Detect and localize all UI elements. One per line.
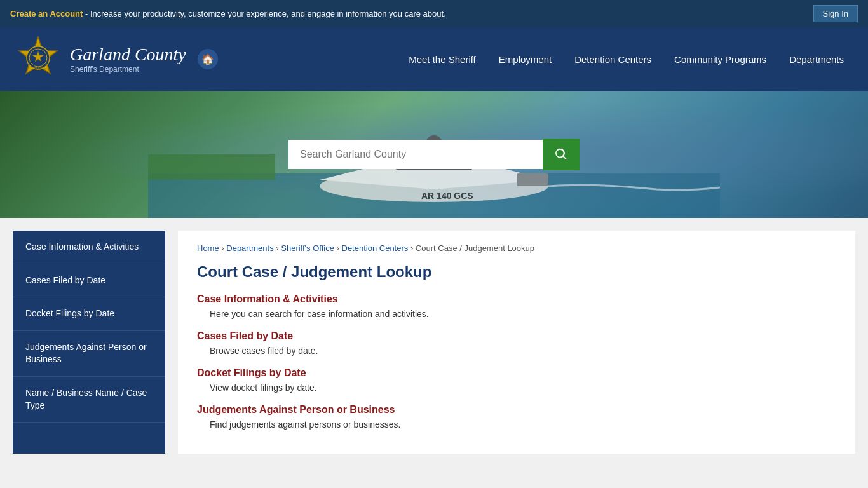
sidebar: Case Information & Activities Cases File… — [13, 231, 165, 454]
section-title-case-info[interactable]: Case Information & Activities — [197, 294, 836, 305]
section-case-info: Case Information & Activities Here you c… — [197, 294, 836, 319]
top-bar-message: Create an Account - Increase your produc… — [10, 9, 446, 18]
section-desc-docket-filings: View docket filings by date. — [197, 383, 836, 393]
sheriff-badge-icon: SHERIFF — [13, 34, 64, 85]
sidebar-item-judgements[interactable]: Judgements Against Person or Business — [13, 331, 165, 377]
svg-rect-13 — [517, 173, 548, 186]
section-title-cases-by-date[interactable]: Cases Filed by Date — [197, 330, 836, 342]
main-content: Home › Departments › Sheriff's Office › … — [178, 231, 855, 454]
search-input[interactable] — [288, 140, 543, 169]
dept-name: Sheriff's Department — [70, 65, 186, 74]
home-button[interactable]: 🏠 — [198, 49, 218, 69]
sign-in-button[interactable]: Sign In — [813, 5, 858, 22]
sidebar-item-docket-filings[interactable]: Docket Filings by Date — [13, 297, 165, 331]
section-judgements: Judgements Against Person or Business Fi… — [197, 404, 836, 430]
nav-departments[interactable]: Departments — [778, 49, 855, 70]
section-docket-filings: Docket Filings by Date View docket filin… — [197, 367, 836, 393]
section-desc-case-info: Here you can search for case information… — [197, 309, 836, 319]
section-title-docket-filings[interactable]: Docket Filings by Date — [197, 367, 836, 379]
logo-area: SHERIFF Garland County Sheriff's Departm… — [13, 34, 218, 85]
nav-employment[interactable]: Employment — [487, 49, 563, 70]
svg-text:AR 140 GCS: AR 140 GCS — [421, 191, 473, 201]
nav-detention-centers[interactable]: Detention Centers — [563, 49, 663, 70]
content-wrapper: Case Information & Activities Cases File… — [0, 218, 868, 466]
section-title-judgements[interactable]: Judgements Against Person or Business — [197, 404, 836, 416]
search-icon — [554, 147, 568, 161]
hero-banner: AR 140 GCS — [0, 91, 868, 218]
breadcrumb-current: Court Case / Judgement Lookup — [416, 243, 534, 253]
create-account-link[interactable]: Create an Account — [10, 9, 83, 18]
breadcrumb-sheriffs-office[interactable]: Sheriff's Office — [281, 243, 334, 253]
county-name: Garland County — [70, 44, 186, 65]
section-desc-cases-by-date: Browse cases filed by date. — [197, 346, 836, 356]
section-cases-by-date: Cases Filed by Date Browse cases filed b… — [197, 330, 836, 356]
sidebar-item-case-info[interactable]: Case Information & Activities — [13, 231, 165, 264]
nav-meet-sheriff[interactable]: Meet the Sheriff — [397, 49, 487, 70]
main-nav: Meet the Sheriff Employment Detention Ce… — [397, 49, 855, 70]
sidebar-item-cases-by-date[interactable]: Cases Filed by Date — [13, 264, 165, 298]
breadcrumb-detention-centers[interactable]: Detention Centers — [342, 243, 409, 253]
breadcrumb-departments[interactable]: Departments — [226, 243, 273, 253]
home-icon: 🏠 — [201, 53, 214, 65]
section-desc-judgements: Find judgements against persons or busin… — [197, 419, 836, 430]
logo-text: Garland County Sheriff's Department — [70, 44, 186, 74]
site-header: SHERIFF Garland County Sheriff's Departm… — [0, 27, 868, 91]
page-title: Court Case / Judgement Lookup — [197, 263, 836, 281]
search-button[interactable] — [543, 139, 580, 170]
nav-community-programs[interactable]: Community Programs — [663, 49, 778, 70]
svg-rect-6 — [148, 154, 275, 180]
breadcrumb: Home › Departments › Sheriff's Office › … — [197, 243, 836, 253]
search-bar — [288, 139, 580, 170]
svg-text:SHERIFF: SHERIFF — [32, 66, 44, 69]
top-bar: Create an Account - Increase your produc… — [0, 0, 868, 27]
top-bar-tagline: - Increase your productivity, customize … — [83, 9, 445, 18]
breadcrumb-home[interactable]: Home — [197, 243, 219, 253]
sidebar-item-name-search[interactable]: Name / Business Name / Case Type — [13, 377, 165, 423]
